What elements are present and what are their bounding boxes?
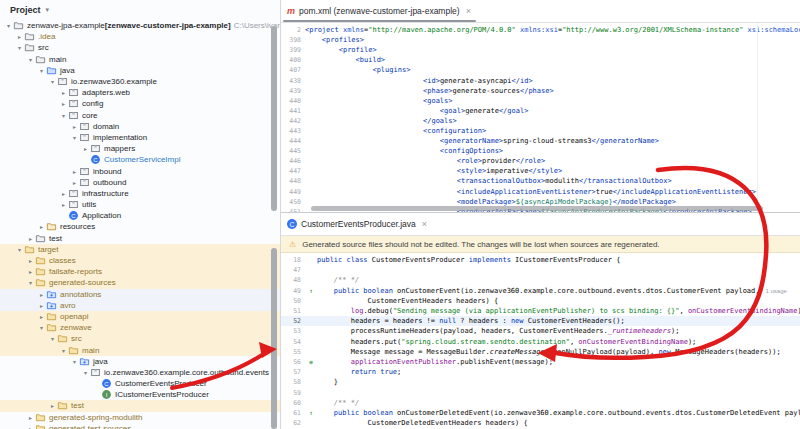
project-panel-scrollbar-top[interactable] [271,26,277,211]
tree-item-zenwave[interactable]: ▾zenwave [0,322,280,333]
tree-item--idea[interactable]: ▸.idea [0,31,280,42]
code-line-48[interactable]: 48 /** */ [281,275,800,285]
tree-chevron-icon[interactable]: ▸ [37,291,46,298]
code-line-438[interactable]: 438 <id>generate-asyncapi</id> [281,75,800,85]
code-line-60[interactable]: 60 /** */ [281,398,800,408]
tree-item-target[interactable]: ▾target [0,244,280,255]
tree-item-main[interactable]: ▾main [0,344,280,355]
code-line-443[interactable]: 443 <configuration> [281,126,800,136]
code-line-61[interactable]: 61↑ public boolean onCustomerDeletedEven… [281,408,800,418]
publish-event-gutter-icon[interactable]: ◉ [305,358,317,365]
code-line-449[interactable]: 449 <includeApplicationEventListener>tru… [281,187,800,197]
tree-item-icustomereventsproducer[interactable]: IICustomerEventsProducer [0,389,280,400]
code-line-444[interactable]: 444 <generatorName>spring-cloud-streams3… [281,136,800,146]
tree-item-openapi[interactable]: ▸openapi [0,311,280,322]
code-line-62[interactable]: 62 CustomerDeletedEventHeaders headers) … [281,418,800,428]
code-line-446[interactable]: 446 <role>provider</role> [281,156,800,166]
tree-chevron-icon[interactable]: ▸ [70,179,79,186]
horizontal-scrollbar[interactable] [311,206,763,211]
tree-chevron-icon[interactable]: ▸ [26,235,35,242]
code-line-18[interactable]: 18public class CustomerEventsProducer im… [281,255,800,265]
tree-chevron-icon[interactable]: ▾ [37,324,46,331]
tree-item-inbound[interactable]: ▸inbound [0,165,280,176]
tree-item-mappers[interactable]: ▸mappers [0,143,280,154]
tree-item-generated-spring-modulith[interactable]: ▸generated-spring-modulith [0,412,280,423]
tree-chevron-icon[interactable]: ▾ [48,335,57,342]
tree-item-main[interactable]: ▾main [0,54,280,65]
code-line-400[interactable]: 400 <build> [281,55,800,65]
code-line-407[interactable]: 407 <plugins> [281,65,800,75]
code-line-57[interactable]: 57 return true; [281,367,800,377]
code-line-53[interactable]: 53 processRuntimeHeaders(payload, header… [281,326,800,336]
tree-chevron-icon[interactable]: ▾ [15,246,24,253]
code-line-56[interactable]: 56◉ applicationEventPublisher.publishEve… [281,357,800,367]
tree-item-src[interactable]: ▾src [0,333,280,344]
tab-customer-events-producer[interactable]: C CustomerEventsProducer.java × [281,213,434,235]
tree-chevron-icon[interactable]: ▸ [48,402,57,409]
tree-item-test[interactable]: ▸test [0,233,280,244]
tree-chevron-icon[interactable]: ▸ [59,190,68,197]
tree-item-src[interactable]: ▾src [0,42,280,53]
tree-chevron-icon[interactable]: ▾ [26,56,35,63]
tree-item-core[interactable]: ▾core [0,110,280,121]
tree-item-java[interactable]: ▾java [0,65,280,76]
tree-item-failsafe-reports[interactable]: ▸failsafe-reports [0,266,280,277]
pom-code-area[interactable]: 2<project xmlns="http://maven.apache.org… [281,23,800,212]
tree-chevron-icon[interactable]: ▸ [15,33,24,40]
tree-chevron-icon[interactable]: ▸ [59,89,68,96]
tree-item-utils[interactable]: ▸utils [0,199,280,210]
tree-item-customerserviceimpl[interactable]: CCustomerServiceImpl [0,154,280,165]
tree-item-avro[interactable]: ▸avro [0,300,280,311]
tree-item-config[interactable]: ▸config [0,98,280,109]
tree-item-test[interactable]: ▸test [0,400,280,411]
tree-item-generated-sources[interactable]: ▾generated-sources [0,277,280,288]
tree-item-customereventsproducer[interactable]: CCustomerEventsProducer [0,378,280,389]
tree-chevron-icon[interactable]: ▸ [70,168,79,175]
code-line-55[interactable]: 55 Message message = MessageBuilder.crea… [281,347,800,357]
tree-item-outbound[interactable]: ▸outbound [0,177,280,188]
tree-item-resources[interactable]: ▸resources [0,221,280,232]
tree-chevron-icon[interactable]: ▾ [26,279,35,286]
tree-item-implementation[interactable]: ▾implementation [0,132,280,143]
tree-chevron-icon[interactable]: ▾ [37,67,46,74]
tree-chevron-icon[interactable]: ▸ [26,257,35,264]
project-panel-scrollbar-bottom[interactable] [271,248,277,429]
implements-method-gutter-icon[interactable]: ↑ [305,409,317,416]
tree-item-generated-test-sources[interactable]: ▸generated-test-sources [0,423,280,429]
tree-chevron-icon[interactable]: ▾ [59,347,68,354]
tree-chevron-icon[interactable]: ▾ [70,134,79,141]
code-line-399[interactable]: 399 <profile> [281,45,800,55]
code-line-447[interactable]: 447 <style>imperative</style> [281,166,800,176]
tree-item-domain[interactable]: ▸domain [0,121,280,132]
tree-chevron-icon[interactable]: ▸ [26,414,35,421]
tree-chevron-icon[interactable]: ▸ [26,268,35,275]
code-line-59[interactable]: 59 [281,387,800,397]
tree-item-io-zenwave360-example[interactable]: ▾io.zenwave360.example [0,76,280,87]
code-line-50[interactable]: 50 CustomerEventHeaders headers) { [281,296,800,306]
code-line-445[interactable]: 445 <configOptions> [281,146,800,156]
code-line-442[interactable]: 442 </goals> [281,116,800,126]
code-line-441[interactable]: 441 <goal>generate</goal> [281,106,800,116]
tree-item-infrastructure[interactable]: ▸infrastructure [0,188,280,199]
close-icon[interactable]: × [422,219,427,229]
tree-item-annotations[interactable]: ▸annotations [0,289,280,300]
code-line-58[interactable]: 58 } [281,377,800,387]
code-line-51[interactable]: 51 log.debug("Sending message (via appli… [281,306,800,316]
tree-chevron-icon[interactable]: ▾ [15,44,24,51]
java-code-area[interactable]: 18public class CustomerEventsProducer im… [281,253,800,429]
implements-method-gutter-icon[interactable]: ↑ [305,287,317,294]
tab-pom-xml[interactable]: m pom.xml (zenwave-customer-jpa-example)… [281,0,478,22]
code-line-2[interactable]: 2<project xmlns="http://maven.apache.org… [281,25,800,35]
code-line-49[interactable]: 49↑ public boolean onCustomerEvent(io.ze… [281,286,800,296]
tree-item-java[interactable]: ▾java [0,356,280,367]
tree-chevron-icon[interactable]: ▾ [70,358,79,365]
code-line-448[interactable]: 448 <transactionalOutbox>modulith</trans… [281,176,800,186]
tree-item-classes[interactable]: ▸classes [0,255,280,266]
tree-item-io-zenwave360-example-core-outbound-events[interactable]: ▾io.zenwave360.example.core.outbound.eve… [0,367,280,378]
tree-chevron-icon[interactable]: ▸ [59,201,68,208]
code-line-54[interactable]: 54 headers.put("spring.cloud.stream.send… [281,337,800,347]
tree-chevron-icon[interactable]: ▸ [59,100,68,107]
close-icon[interactable]: × [466,6,471,16]
tree-chevron-icon[interactable]: ▸ [26,425,35,429]
tree-item-adapters-web[interactable]: ▸adapters.web [0,87,280,98]
